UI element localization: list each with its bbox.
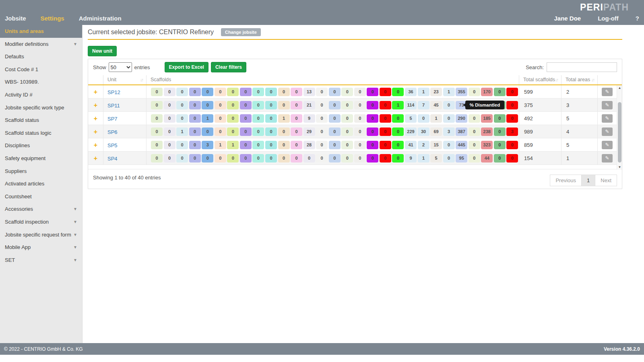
edit-unit-button[interactable]: ✎ <box>602 101 613 109</box>
edit-unit-button[interactable]: ✎ <box>602 141 613 149</box>
status-count-badge: 0 <box>291 101 302 109</box>
chevron-down-icon: ▼ <box>73 38 77 51</box>
status-count-badge: 0 <box>240 141 252 149</box>
total-scaffolds-cell: 989 <box>519 125 561 138</box>
sidebar-item-jobsite-specific-work-type[interactable]: Jobsite specific work type <box>0 101 82 114</box>
logoff-link[interactable]: Log-off <box>598 15 619 22</box>
scaffolds-column-header: Scaffolds <box>146 75 519 84</box>
status-count-badge: 0 <box>494 128 506 136</box>
status-count-badge: 0 <box>240 154 252 162</box>
expand-row-icon[interactable]: + <box>88 125 103 138</box>
expand-row-icon[interactable]: + <box>88 138 103 151</box>
status-count-badge: 0 <box>367 88 378 96</box>
unit-link[interactable]: SP7 <box>107 116 118 122</box>
scaffolds-column-label: Scaffolds <box>147 77 171 82</box>
unit-link[interactable]: SP4 <box>107 156 118 162</box>
page-1-button[interactable]: 1 <box>581 175 595 186</box>
sidebar-item-disciplines[interactable]: Disciplines <box>0 139 82 152</box>
status-count-badge: 170 <box>481 88 493 96</box>
status-count-badge: 445 <box>456 141 467 149</box>
total-areas-column-header[interactable]: Total areas ↓↑ <box>561 75 597 84</box>
edit-unit-button[interactable]: ✎ <box>602 88 613 96</box>
expand-row-icon[interactable]: + <box>88 99 103 111</box>
status-count-badge: 0 <box>354 88 366 96</box>
status-count-badge: 0 <box>469 128 480 136</box>
sidebar-item-scaffold-status[interactable]: Scaffold status <box>0 114 82 127</box>
status-count-badge: 13 <box>303 88 315 96</box>
status-count-badge: 0 <box>443 101 455 109</box>
unit-link[interactable]: SP5 <box>107 142 118 148</box>
edit-cell: ✎ <box>597 85 617 98</box>
sidebar-item-wbs-103989-[interactable]: WBS- 103989. <box>0 76 82 88</box>
new-unit-button[interactable]: New unit <box>88 46 117 56</box>
sidebar-item-mobile-app[interactable]: Mobile App▼ <box>0 241 82 254</box>
unit-link[interactable]: SP12 <box>107 89 120 95</box>
clear-filters-button[interactable]: Clear filters <box>211 62 246 72</box>
status-count-badge: 9 <box>303 114 315 123</box>
change-jobsite-button[interactable]: Change jobsite <box>221 28 261 36</box>
status-count-badge: 28 <box>303 141 315 149</box>
status-count-badge: 0 <box>252 88 264 96</box>
unit-link[interactable]: SP11 <box>107 103 120 109</box>
scrollbar-thumb[interactable] <box>618 102 621 162</box>
status-count-badge: 0 <box>278 128 290 136</box>
next-page-button[interactable]: Next <box>595 175 617 186</box>
sidebar-item-activated-articles[interactable]: Activated articles <box>0 177 82 190</box>
status-count-badge: 229 <box>405 128 417 136</box>
scroll-up-icon[interactable]: ▲ <box>617 85 622 90</box>
jobsite-header: Current selected jobsite: CENTRIO Refine… <box>88 25 622 40</box>
sort-icon: ↓↑ <box>140 77 143 82</box>
status-count-badge: 0 <box>329 141 341 149</box>
status-count-badge: 0 <box>316 141 328 149</box>
status-count-badge: 0 <box>215 128 226 136</box>
status-count-badge: 0 <box>151 154 163 162</box>
sidebar-item-modifier-definitions[interactable]: Modifier definitions▼ <box>0 38 82 51</box>
sidebar-item-countsheet[interactable]: Countsheet <box>0 190 82 203</box>
status-count-badge: 0 <box>189 101 201 109</box>
sidebar-item-safety-equipment[interactable]: Safety equipment <box>0 152 82 165</box>
expand-row-icon[interactable]: + <box>88 152 103 165</box>
expand-row-icon[interactable]: + <box>88 112 103 125</box>
status-count-badge: 355 <box>456 88 467 96</box>
sidebar-item-defaults[interactable]: Defaults <box>0 50 82 63</box>
sidebar-item-accessories[interactable]: Accessories▼ <box>0 203 82 216</box>
nav-item-settings[interactable]: Settings <box>41 15 64 22</box>
nav-item-jobsite[interactable]: Jobsite <box>5 15 26 22</box>
status-count-badge: 0 <box>265 88 277 96</box>
status-count-badge: 2 <box>418 141 429 149</box>
total-scaffolds-cell: 599 <box>519 85 561 98</box>
edit-unit-button[interactable]: ✎ <box>602 114 613 123</box>
total-scaffolds-column-header[interactable]: Total scaffolds ↓↑ <box>519 75 561 84</box>
scaffold-status-badges: 000031100000280000000412150445032300 <box>146 138 519 151</box>
sidebar-item-suppliers[interactable]: Suppliers <box>0 165 82 178</box>
sort-icon: ↓↑ <box>591 77 594 82</box>
scroll-down-icon[interactable]: ▼ <box>617 165 622 170</box>
sidebar-item-cost-code-1[interactable]: Cost Code # 1 <box>0 63 82 76</box>
search-input[interactable] <box>547 62 617 72</box>
nav-item-administration[interactable]: Administration <box>79 15 122 22</box>
expand-row-icon[interactable]: + <box>88 85 103 98</box>
sidebar-item-scaffold-inspection[interactable]: Scaffold inspection▼ <box>0 216 82 228</box>
status-count-badge: 3 <box>506 128 518 136</box>
user-name[interactable]: Jane Doe <box>554 15 581 22</box>
edit-unit-button[interactable]: ✎ <box>602 128 613 136</box>
jobsite-title: Current selected jobsite: CENTRIO Refine… <box>88 29 214 36</box>
export-excel-button[interactable]: Export to Excel <box>165 62 208 72</box>
vertical-scrollbar[interactable]: ▲ ▼ <box>617 85 622 170</box>
unit-column-header[interactable]: Unit ↓↑ <box>103 75 146 84</box>
sidebar-item-scaffold-status-logic[interactable]: Scaffold status logic <box>0 127 82 140</box>
sidebar-item-set[interactable]: SET▼ <box>0 254 82 267</box>
previous-page-button[interactable]: Previous <box>550 175 582 186</box>
help-icon[interactable]: ? <box>636 15 639 22</box>
unit-link[interactable]: SP6 <box>107 129 118 135</box>
sidebar-item-jobsite-specific-request-form[interactable]: Jobsite specific request form▼ <box>0 228 82 241</box>
status-count-badge: 0 <box>291 88 302 96</box>
edit-unit-button[interactable]: ✎ <box>602 154 613 162</box>
status-count-badge: 0 <box>354 141 366 149</box>
page-size-select[interactable]: 50 <box>109 62 132 72</box>
sidebar-item-activity-id-[interactable]: Activity ID # <box>0 88 82 101</box>
status-count-badge: 29 <box>303 128 315 136</box>
search-label: Search: <box>526 64 544 70</box>
sidebar-item-units-and-areas[interactable]: Units and areas <box>0 25 82 38</box>
status-count-badge: 0 <box>354 101 366 109</box>
